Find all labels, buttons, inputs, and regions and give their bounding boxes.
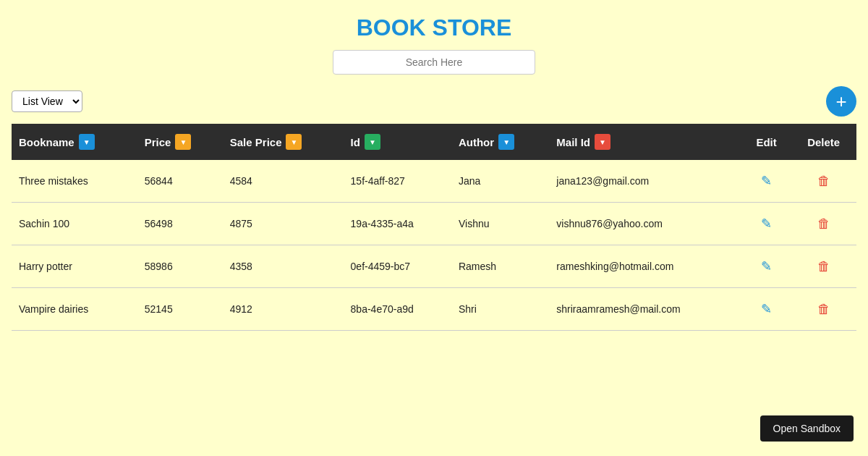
- cell-id-1: 19a-4335-a4a: [344, 203, 451, 245]
- cell-sale_price-2: 4358: [223, 245, 344, 288]
- search-input[interactable]: [333, 50, 535, 75]
- cell-bookname-1: Sachin 100: [12, 203, 137, 245]
- col-label-author: Author: [459, 136, 494, 148]
- cell-price-0: 56844: [137, 160, 223, 203]
- table-row: Vampire dairies5214549128ba-4e70-a9dShri…: [12, 288, 856, 331]
- cell-mail_id-2: rameshking@hotmail.com: [549, 245, 742, 288]
- col-label-sale_price: Sale Price: [230, 136, 282, 148]
- cell-id-2: 0ef-4459-bc7: [344, 245, 451, 288]
- cell-bookname-2: Harry potter: [12, 245, 137, 288]
- delete-button-1[interactable]: 🗑: [814, 215, 833, 233]
- col-header-bookname: Bookname▼: [12, 124, 137, 160]
- col-header-price: Price▼: [137, 124, 223, 160]
- cell-sale_price-3: 4912: [223, 288, 344, 331]
- cell-price-1: 56498: [137, 203, 223, 245]
- col-header-edit: Edit: [742, 124, 791, 160]
- add-book-button[interactable]: +: [826, 86, 856, 117]
- delete-button-0[interactable]: 🗑: [814, 172, 833, 190]
- table-header-row: Bookname▼Price▼Sale Price▼Id▼Author▼Mail…: [12, 124, 856, 160]
- col-header-id: Id▼: [344, 124, 451, 160]
- cell-author-2: Ramesh: [451, 245, 549, 288]
- col-header-sale_price: Sale Price▼: [223, 124, 344, 160]
- cell-author-1: Vishnu: [451, 203, 549, 245]
- list-view-select[interactable]: List View: [12, 90, 82, 112]
- cell-price-3: 52145: [137, 288, 223, 331]
- edit-button-2[interactable]: ✎: [758, 257, 775, 276]
- sort-btn-author[interactable]: ▼: [498, 134, 514, 150]
- sort-btn-id[interactable]: ▼: [365, 134, 380, 150]
- cell-bookname-3: Vampire dairies: [12, 288, 137, 331]
- col-label-price: Price: [145, 136, 171, 148]
- table-row: Harry potter5898643580ef-4459-bc7Rameshr…: [12, 245, 856, 288]
- edit-button-1[interactable]: ✎: [758, 214, 775, 233]
- col-label-mail_id: Mail Id: [556, 136, 590, 148]
- col-header-author: Author▼: [451, 124, 549, 160]
- col-label-id: Id: [351, 136, 360, 148]
- cell-author-0: Jana: [451, 160, 549, 203]
- delete-button-3[interactable]: 🗑: [814, 300, 833, 318]
- cell-price-2: 58986: [137, 245, 223, 288]
- cell-id-0: 15f-4aff-827: [344, 160, 451, 203]
- col-header-delete: Delete: [791, 124, 856, 160]
- col-header-mail_id: Mail Id▼: [549, 124, 742, 160]
- delete-button-2[interactable]: 🗑: [814, 258, 833, 276]
- edit-button-0[interactable]: ✎: [758, 172, 775, 190]
- cell-sale_price-0: 4584: [223, 160, 344, 203]
- col-label-bookname: Bookname: [19, 136, 75, 148]
- page-title: BOOK STORE: [0, 0, 868, 50]
- cell-bookname-0: Three mistakes: [12, 160, 137, 203]
- table-row: Sachin 10056498487519a-4335-a4aVishnuvis…: [12, 203, 856, 245]
- cell-mail_id-3: shriraamramesh@mail.com: [549, 288, 742, 331]
- cell-sale_price-1: 4875: [223, 203, 344, 245]
- table-body: Three mistakes56844458415f-4aff-827Janaj…: [12, 160, 856, 331]
- sort-btn-bookname[interactable]: ▼: [79, 134, 95, 150]
- books-table-container: Bookname▼Price▼Sale Price▼Id▼Author▼Mail…: [0, 124, 868, 331]
- cell-id-3: 8ba-4e70-a9d: [344, 288, 451, 331]
- cell-mail_id-0: jana123@gmail.com: [549, 160, 742, 203]
- sort-btn-sale_price[interactable]: ▼: [286, 134, 302, 150]
- table-row: Three mistakes56844458415f-4aff-827Janaj…: [12, 160, 856, 203]
- sort-btn-mail_id[interactable]: ▼: [595, 134, 610, 150]
- open-sandbox-button[interactable]: Open Sandbox: [760, 415, 854, 442]
- sort-btn-price[interactable]: ▼: [175, 134, 191, 150]
- books-table: Bookname▼Price▼Sale Price▼Id▼Author▼Mail…: [12, 124, 856, 331]
- edit-button-3[interactable]: ✎: [758, 300, 775, 318]
- cell-mail_id-1: vishnu876@yahoo.com: [549, 203, 742, 245]
- cell-author-3: Shri: [451, 288, 549, 331]
